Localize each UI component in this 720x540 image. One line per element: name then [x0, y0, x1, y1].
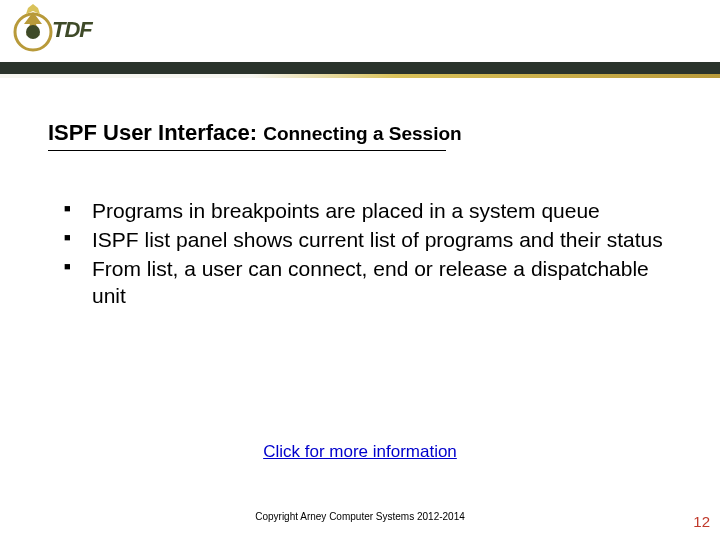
- logo-text: TDF: [52, 17, 92, 43]
- header-dark-bar: [0, 62, 720, 74]
- list-item: ISPF list panel shows current list of pr…: [64, 227, 670, 254]
- title-sub: Connecting a Session: [263, 123, 461, 144]
- list-item: Programs in breakpoints are placed in a …: [64, 198, 670, 225]
- header-gold-bar: [0, 74, 720, 78]
- list-item: From list, a user can connect, end or re…: [64, 256, 670, 310]
- slide-header: TDF: [0, 0, 720, 78]
- logo: TDF: [10, 2, 92, 58]
- svg-point-1: [26, 25, 40, 39]
- title-underline: [48, 150, 446, 151]
- page-number: 12: [693, 513, 710, 530]
- title-main: ISPF User Interface:: [48, 120, 263, 145]
- bullet-list: Programs in breakpoints are placed in a …: [64, 198, 670, 310]
- more-info-link[interactable]: Click for more information: [263, 442, 457, 461]
- more-info-link-wrap: Click for more information: [0, 442, 720, 462]
- eagle-icon: [10, 2, 56, 58]
- slide: TDF ISPF User Interface: Connecting a Se…: [0, 0, 720, 540]
- slide-body: Programs in breakpoints are placed in a …: [64, 198, 670, 312]
- copyright-text: Copyright Arney Computer Systems 2012-20…: [0, 511, 720, 522]
- slide-title: ISPF User Interface: Connecting a Sessio…: [48, 120, 462, 146]
